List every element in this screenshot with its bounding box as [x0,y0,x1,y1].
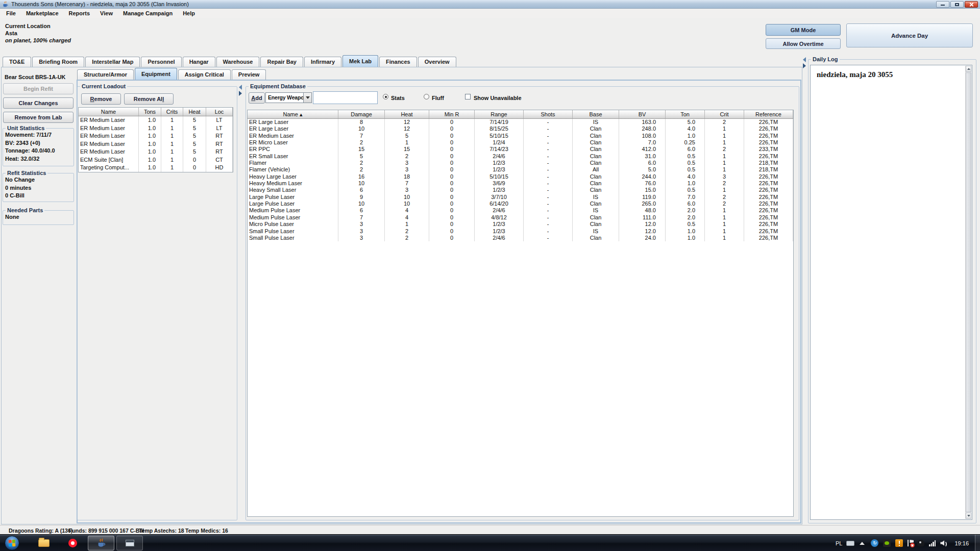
table-row[interactable]: ECM Suite [Clan]1.010CT [79,156,233,164]
menu-help[interactable]: Help [178,9,200,18]
tab-personnel[interactable]: Personnel [141,57,181,67]
column-header-reference[interactable]: Reference [744,110,793,118]
column-header-tons[interactable]: Tons [139,108,161,116]
column-header-heat[interactable]: Heat [385,110,429,118]
taskbar-browser-button[interactable] [59,536,86,550]
add-button[interactable]: Add [249,92,265,104]
scroll-up-icon[interactable] [966,66,971,72]
table-row[interactable]: ER Medium Laser1.015LT [79,116,233,124]
table-row[interactable]: ER Large Laser101208/15/25-Clan248.04.01… [248,126,793,132]
table-row[interactable]: Medium Pulse Laser6402/4/6-IS48.02.01226… [248,207,793,214]
table-row[interactable]: Small Pulse Laser3201/2/3-IS12.01.01226,… [248,228,793,235]
show-hidden-icons[interactable] [860,542,865,545]
gm-mode-button[interactable]: GM Mode [766,24,841,36]
tray-nvidia-icon[interactable] [883,539,891,547]
column-header-min-r[interactable]: Min R [429,110,475,118]
column-header-shots[interactable]: Shots [524,110,573,118]
table-row[interactable]: Small Pulse Laser3202/4/6-Clan24.01.0122… [248,235,793,241]
tab-warehouse[interactable]: Warehouse [216,57,260,67]
column-header-crit[interactable]: Crit [705,110,744,118]
tab-briefing-room[interactable]: Briefing Room [32,57,84,67]
tray-action-center-icon[interactable] [908,540,913,546]
language-indicator[interactable]: PL [836,540,842,546]
remove-from-lab-button[interactable]: Remove from Lab [3,112,74,123]
equipment-search-input[interactable] [313,91,378,104]
clock[interactable]: 19:16 [954,540,969,546]
column-header-name[interactable]: Name [79,108,139,116]
tab-repair-bay[interactable]: Repair Bay [260,57,303,67]
fluff-radio[interactable] [424,94,429,99]
show-unavailable-label[interactable]: Show Unavailable [474,95,522,101]
table-row[interactable]: Heavy Small Laser6301/2/3-Clan15.00.5122… [248,187,793,193]
table-row[interactable]: ER Medium Laser1.015RT [79,140,233,148]
stats-radio-label[interactable]: Stats [391,95,405,101]
table-row[interactable]: Large Pulse Laser101006/14/20-Clan265.06… [248,201,793,207]
column-header-loc[interactable]: Loc [206,108,233,116]
menu-marketplace[interactable]: Marketplace [21,9,64,18]
clear-changes-button[interactable]: Clear Changes [3,97,74,109]
start-button[interactable] [5,536,19,550]
minimize-button[interactable] [936,1,949,8]
table-row[interactable]: Flamer (Vehicle)2301/2/3-All5.00.51218,T… [248,166,793,173]
advance-day-button[interactable]: Advance Day [846,23,973,47]
daily-log-expand-icon[interactable] [803,63,806,68]
table-row[interactable]: Flamer2301/2/3-Clan6.00.51218,TM [248,160,793,166]
table-row[interactable]: Micro Pulse Laser3101/2/3-Clan12.00.5122… [248,221,793,228]
tray-warning-icon[interactable] [895,539,903,547]
table-row[interactable]: ER Small Laser5202/4/6-Clan31.00.51226,T… [248,153,793,160]
tray-satellite-icon[interactable] [917,540,924,546]
column-header-damage[interactable]: Damage [338,110,385,118]
table-row[interactable]: Targeting Comput...1.010HD [79,164,233,172]
lab-tab-structure-armor[interactable]: Structure/Armor [77,69,134,80]
column-header-range[interactable]: Range [475,110,524,118]
table-row[interactable]: ER Medium Laser1.015RT [79,132,233,140]
table-row[interactable]: ER Medium Laser1.015RT [79,148,233,156]
column-header-bv[interactable]: BV [619,110,666,118]
fluff-radio-label[interactable]: Fluff [432,95,444,101]
table-row[interactable]: Large Pulse Laser91003/7/10-IS119.07.022… [248,194,793,201]
table-row[interactable]: ER Micro Laser2101/2/4-Clan7.00.251226,T… [248,139,793,146]
window-titlebar[interactable]: Thousends Sons (Mercenary) - niedziela, … [0,0,980,9]
column-header-ton[interactable]: Ton [666,110,705,118]
lab-tab-assign-critical[interactable]: Assign Critical [178,69,231,80]
tab-to-e[interactable]: TO&E [3,57,31,67]
scrollbar-thumb[interactable] [966,72,971,512]
menu-file[interactable]: File [1,9,21,18]
remove-button[interactable]: Remove [81,93,121,105]
column-header-crits[interactable]: Crits [161,108,183,116]
lab-tab-equipment[interactable]: Equipment [135,68,177,80]
tab-interstellar-map[interactable]: Interstellar Map [85,57,140,67]
tab-infirmary[interactable]: Infirmary [304,57,341,67]
tab-hangar[interactable]: Hangar [183,57,215,67]
tab-finances[interactable]: Finances [379,57,417,67]
column-header-name[interactable]: Name ▴ [248,110,338,118]
table-row[interactable]: ER PPC151507/14/23-Clan412.06.02233,TM [248,146,793,153]
daily-log-scrollbar[interactable] [965,66,971,519]
column-header-heat[interactable]: Heat [183,108,206,116]
remove-all-button[interactable]: Remove All [124,93,174,105]
column-header-base[interactable]: Base [573,110,619,118]
table-row[interactable]: ER Medium Laser1.015LT [79,124,233,133]
taskbar-explorer-button[interactable] [31,536,57,550]
lab-tab-preview[interactable]: Preview [232,69,266,80]
allow-overtime-button[interactable]: Allow Overtime [766,38,841,49]
tab-overview[interactable]: Overview [418,57,456,67]
splitter-expand-right-icon[interactable] [239,91,242,96]
table-row[interactable]: Heavy Medium Laser10703/6/9-Clan76.01.02… [248,180,793,187]
table-row[interactable]: ER Medium Laser7505/10/15-Clan108.01.012… [248,133,793,139]
begin-refit-button[interactable]: Begin Refit [3,83,74,94]
tray-network-icon[interactable] [929,540,936,546]
daily-log-collapse-icon[interactable] [803,57,806,62]
menu-manage-campaign[interactable]: Manage Campaign [118,9,178,18]
stats-radio[interactable] [383,94,388,99]
taskbar-mekhq-button[interactable] [88,536,114,550]
tray-volume-icon[interactable] [940,540,947,546]
table-row[interactable]: Heavy Large Laser161805/10/15-Clan244.04… [248,173,793,180]
show-desktop-button[interactable] [975,535,980,551]
maximize-button[interactable] [950,1,964,8]
table-row[interactable]: ER Large Laser81207/14/19-IS163.05.02226… [248,119,793,126]
combo-dropdown-button[interactable] [303,92,312,103]
close-button[interactable] [965,1,978,8]
scroll-down-icon[interactable] [966,513,971,519]
table-row[interactable]: Medium Pulse Laser7404/8/12-Clan111.02.0… [248,214,793,221]
